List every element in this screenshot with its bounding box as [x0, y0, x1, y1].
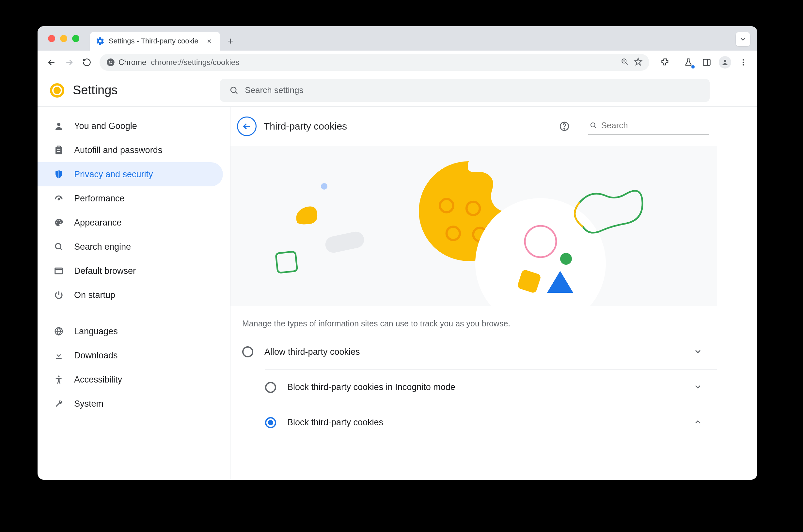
chrome-canary-icon [50, 83, 64, 98]
settings-sidebar: You and Google Autofill and passwords Pr… [38, 107, 230, 480]
page-title: Third-party cookies [264, 121, 550, 132]
svg-rect-30 [276, 251, 298, 273]
browser-window: Settings - Third-party cookie Chrome chr… [38, 26, 757, 480]
svg-point-9 [231, 87, 236, 92]
accessibility-icon [53, 374, 64, 385]
download-icon [53, 350, 64, 361]
sidebar-label: Performance [74, 193, 125, 204]
diamond-shape-icon [514, 267, 544, 296]
sidebar-item-appearance[interactable]: Appearance [38, 210, 223, 235]
help-button[interactable] [557, 119, 571, 133]
forward-button[interactable] [61, 54, 77, 71]
url-scheme-label: Chrome [118, 58, 146, 67]
svg-rect-18 [55, 268, 63, 274]
svg-point-20 [58, 376, 60, 377]
sidebar-label: Languages [74, 326, 118, 337]
cookies-banner-illustration [230, 146, 717, 306]
browser-toolbar: Chrome chrome://settings/cookies [38, 51, 757, 74]
address-bar[interactable]: Chrome chrome://settings/cookies [99, 54, 649, 71]
settings-header: Settings Search settings [38, 74, 757, 107]
page-back-button[interactable] [237, 116, 256, 136]
sidebar-item-privacy-security[interactable]: Privacy and security [38, 162, 223, 186]
sidebar-item-system[interactable]: System [38, 392, 223, 416]
labs-icon[interactable] [680, 54, 696, 71]
svg-point-8 [743, 64, 744, 65]
sidebar-item-performance[interactable]: Performance [38, 186, 223, 210]
url-text: chrome://settings/cookies [151, 58, 616, 67]
reload-button[interactable] [79, 54, 95, 71]
sidebar-label: Default browser [74, 266, 136, 276]
svg-point-14 [57, 220, 58, 221]
sidebar-item-accessibility[interactable]: Accessibility [38, 367, 223, 392]
maximize-window-button[interactable] [72, 35, 79, 42]
page-search-box[interactable] [588, 118, 709, 134]
cookie-options-group: Allow third-party cookies Block third-pa… [230, 334, 717, 440]
chevron-down-icon[interactable] [693, 382, 703, 392]
back-button[interactable] [43, 54, 60, 71]
minimize-window-button[interactable] [60, 35, 67, 42]
option-block-incognito[interactable]: Block third-party cookies in Incognito m… [265, 369, 717, 405]
zoom-icon[interactable] [620, 57, 629, 67]
side-panel-icon[interactable] [699, 54, 715, 71]
toolbar-right [654, 54, 751, 71]
tab-overflow-button[interactable] [736, 32, 750, 46]
svg-rect-29 [325, 231, 366, 253]
palette-icon [53, 217, 64, 228]
omnibox-actions [620, 57, 643, 67]
svg-point-23 [591, 123, 595, 127]
sidebar-item-autofill[interactable]: Autofill and passwords [38, 138, 223, 162]
radio-icon[interactable] [265, 417, 276, 428]
url-scheme-chip: Chrome [106, 58, 146, 67]
option-label: Block third-party cookies [287, 417, 682, 428]
page-search-input[interactable] [601, 120, 708, 131]
new-tab-button[interactable] [222, 33, 238, 49]
sidebar-item-default-browser[interactable]: Default browser [38, 259, 223, 283]
chevron-up-icon[interactable] [693, 417, 703, 428]
settings-body: You and Google Autofill and passwords Pr… [38, 107, 757, 480]
svg-point-17 [56, 244, 61, 249]
sidebar-item-on-startup[interactable]: On startup [38, 283, 223, 307]
settings-title: Settings [73, 83, 117, 97]
sidebar-item-you-and-google[interactable]: You and Google [38, 114, 223, 138]
chevron-down-icon[interactable] [693, 347, 703, 357]
sidebar-item-languages[interactable]: Languages [38, 319, 223, 343]
sidebar-label: Search engine [74, 242, 131, 252]
profile-button[interactable] [717, 54, 733, 71]
page-description: Manage the types of information sites ca… [230, 306, 717, 334]
search-icon [590, 121, 597, 130]
sidebar-label: System [74, 399, 103, 409]
dot-shape-icon [320, 183, 328, 190]
sidebar-item-search-engine[interactable]: Search engine [38, 235, 223, 259]
peanut-shape-icon [570, 185, 645, 243]
extensions-icon[interactable] [657, 54, 673, 71]
settings-search-placeholder: Search settings [245, 85, 303, 95]
page-header: Third-party cookies [230, 107, 717, 146]
avatar-icon [719, 56, 731, 69]
search-icon [229, 86, 239, 95]
toolbar-divider [677, 57, 677, 68]
option-block-third-party[interactable]: Block third-party cookies [265, 405, 717, 440]
svg-rect-11 [57, 146, 60, 148]
tab-close-button[interactable] [205, 37, 214, 46]
svg-point-28 [321, 183, 327, 190]
close-window-button[interactable] [48, 35, 55, 42]
option-label: Allow third-party cookies [264, 347, 682, 357]
person-icon [53, 120, 64, 132]
bookmark-icon[interactable] [634, 57, 643, 67]
svg-point-16 [60, 222, 61, 223]
menu-button[interactable] [735, 54, 751, 71]
radio-icon[interactable] [242, 346, 253, 357]
svg-point-22 [564, 128, 565, 129]
browser-tab[interactable]: Settings - Third-party cookie [90, 32, 220, 51]
dot-shape-icon [559, 252, 573, 265]
shield-icon [53, 169, 64, 180]
sidebar-label: Appearance [74, 218, 122, 228]
sidebar-label: Privacy and security [74, 169, 153, 179]
radio-icon[interactable] [265, 382, 276, 393]
settings-search-box[interactable]: Search settings [220, 79, 710, 102]
clipboard-icon [53, 145, 64, 156]
sidebar-item-downloads[interactable]: Downloads [38, 343, 223, 367]
chrome-icon [106, 58, 115, 67]
ring-shape-icon [522, 224, 558, 260]
option-allow-third-party[interactable]: Allow third-party cookies [242, 334, 717, 369]
